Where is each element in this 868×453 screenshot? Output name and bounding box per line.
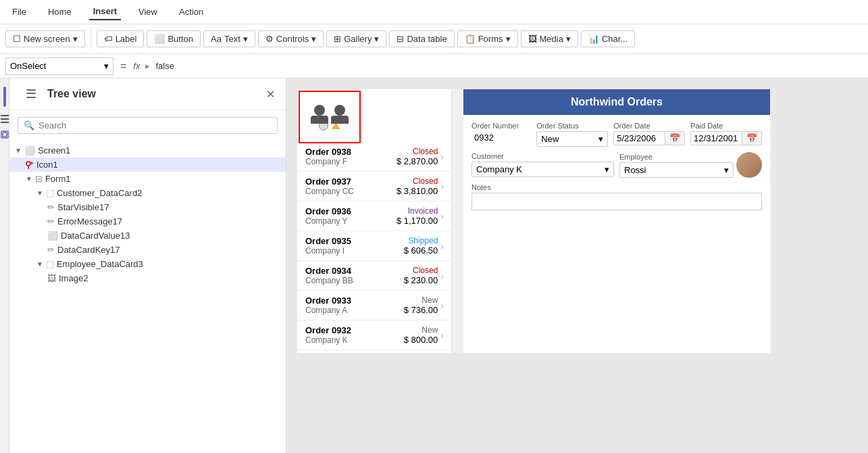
tree-item-form1[interactable]: ▼ ⊟ Form1 [9,172,286,186]
menu-action[interactable]: Action [175,4,207,20]
employee-field: Employee Rossi ▾ [619,153,734,178]
forms-icon: 📋 [465,34,476,44]
collapse-arrow: ▼ [36,189,43,197]
text-icon: Aa [211,34,222,44]
order-right: Invoiced $ 1,170.00 › [397,206,444,226]
left-accent-bar [0,78,9,453]
order-info: Closed $ 3,810.00 [397,176,438,196]
scrollbar-track[interactable] [451,89,463,353]
order-status: Closed [397,147,438,156]
svg-rect-0 [1,115,9,116]
form-row-2: Customer Company K ▾ Employee Rossi [471,152,762,178]
order-item[interactable]: Order 0936 Company Y Invoiced $ 1,170.00… [297,201,452,231]
new-screen-icon: ☐ [13,34,21,44]
paid-date-group: Paid Date 12/31/2001 📅 [690,122,762,147]
controls-button[interactable]: ⚙ Controls ▾ [258,30,324,47]
tree-item-customer-datacard2[interactable]: ▼ ⬚ Customer_DataCard2 [9,186,286,200]
customer-label: Customer [471,152,614,160]
order-left: Order 0934 Company BB [305,266,353,285]
order-company: Company A [305,306,351,315]
equals-sign: = [118,60,129,72]
tree-item-datacardvalue13[interactable]: ⬜ DataCardValue13 [9,229,286,243]
calendar-icon[interactable]: 📅 [665,132,684,145]
new-screen-button[interactable]: ☐ New screen ▾ [5,30,85,47]
label-button[interactable]: 🏷 Label [97,30,145,47]
order-number: Order 0936 [305,206,351,216]
tree-item-starvisible17[interactable]: ✏ StarVisible17 [9,200,286,214]
collapse-arrow: ▼ [36,260,43,268]
order-amount: $ 230.00 [404,275,438,285]
order-company: Company I [305,246,351,256]
media-button[interactable]: 🖼 Media ▾ [521,30,578,47]
close-icon[interactable]: ✕ [266,88,275,101]
property-dropdown[interactable]: OnSelect ▾ [5,57,113,75]
stack-icon[interactable] [1,130,9,141]
tree-content: ▼ ⬜ Screen1 Icon1 ▼ ⊟ Form1 ▼ ⬚ Cust [9,141,286,453]
chevron-down-icon: ▾ [506,34,511,44]
button-button[interactable]: ⬜ Button [147,30,201,47]
tree-item-screen1[interactable]: ▼ ⬜ Screen1 [9,143,286,158]
selected-icon-area[interactable]: ! [299,91,361,143]
notes-group: Notes [471,183,762,210]
layers-icon[interactable] [1,115,9,125]
charts-button[interactable]: 📊 Char... [581,30,635,47]
tree-item-icon1[interactable]: Icon1 [9,158,286,172]
formula-input[interactable] [155,61,863,71]
search-input[interactable] [39,120,272,130]
media-icon: 🖼 [528,34,537,44]
toolbar: ☐ New screen ▾ 🏷 Label ⬜ Button Aa Text … [0,24,868,54]
chevron-right-icon: › [440,330,444,341]
order-item[interactable]: Order 0938 Company F Closed $ 2,870.00 › [297,142,452,172]
order-amount: $ 606.50 [404,245,438,256]
notes-input[interactable] [471,193,762,210]
order-company: Company F [305,157,351,166]
order-info: New $ 800.00 [404,325,438,345]
customer-group: Customer Company K ▾ [471,152,614,178]
body-shape [331,116,349,124]
order-company: Company BB [305,276,353,285]
menu-file[interactable]: File [8,4,30,20]
tree-item-datacardkey17[interactable]: ✏ DataCardKey17 [9,243,286,257]
order-status-dropdown[interactable]: New ▾ [536,131,608,147]
tree-item-image2[interactable]: 🖼 Image2 [9,271,286,285]
chevron-right-icon: › [440,211,444,222]
hamburger-icon[interactable]: ☰ [20,87,42,101]
order-item[interactable]: Order 0937 Company CC Closed $ 3,810.00 … [297,172,452,201]
calendar-icon[interactable]: 📅 [742,132,761,145]
tree-item-employee-datacard3[interactable]: ▼ ⬚ Employee_DataCard3 [9,257,286,271]
order-status-group: Order Status New ▾ [536,122,608,147]
datacard-icon: ⬚ [46,188,54,198]
icon1-icons [26,161,34,169]
paid-date-input[interactable]: 12/31/2001 📅 [690,131,762,145]
chevron-right-icon: › [440,151,444,162]
order-number-label: Order Number [471,122,531,130]
order-item[interactable]: Order 0935 Company I Shipped $ 606.50 › [297,231,452,261]
order-info: Closed $ 2,870.00 [397,147,438,166]
employee-dropdown[interactable]: Rossi ▾ [619,162,734,178]
order-item[interactable]: Order 0934 Company BB Closed $ 230.00 › [297,261,452,291]
menu-home[interactable]: Home [44,4,76,20]
customer-dropdown[interactable]: Company K ▾ [471,162,614,177]
employee-group: Employee Rossi ▾ [619,152,762,178]
order-date-input[interactable]: 5/23/2006 📅 [613,131,685,145]
gallery-button[interactable]: ⊞ Gallery ▾ [326,30,386,47]
order-date-label: Order Date [613,122,685,130]
order-left: Order 0932 Company K [305,325,351,345]
order-info: Invoiced $ 1,170.00 [397,206,438,226]
text-button[interactable]: Aa Text ▾ [203,30,255,47]
tree-item-errormessage17[interactable]: ✏ ErrorMessage17 [9,214,286,229]
body-shape [311,116,328,124]
svg-text:!: ! [335,124,336,129]
order-left: Order 0938 Company F [305,147,351,166]
data-table-button[interactable]: ⊟ Data table [389,30,454,47]
chevron-down-icon: ▾ [374,34,379,44]
order-status: Closed [404,266,438,275]
chevron-down-icon: ▾ [724,165,729,175]
order-item[interactable]: Order 0932 Company K New $ 800.00 › [297,320,452,350]
menu-view[interactable]: View [134,4,161,20]
forms-button[interactable]: 📋 Forms ▾ [457,30,518,47]
svg-point-5 [26,162,30,166]
menu-insert[interactable]: Insert [89,3,121,20]
chevron-down-icon: ▾ [598,134,603,144]
order-item[interactable]: Order 0933 Company A New $ 736.00 › [297,291,452,320]
